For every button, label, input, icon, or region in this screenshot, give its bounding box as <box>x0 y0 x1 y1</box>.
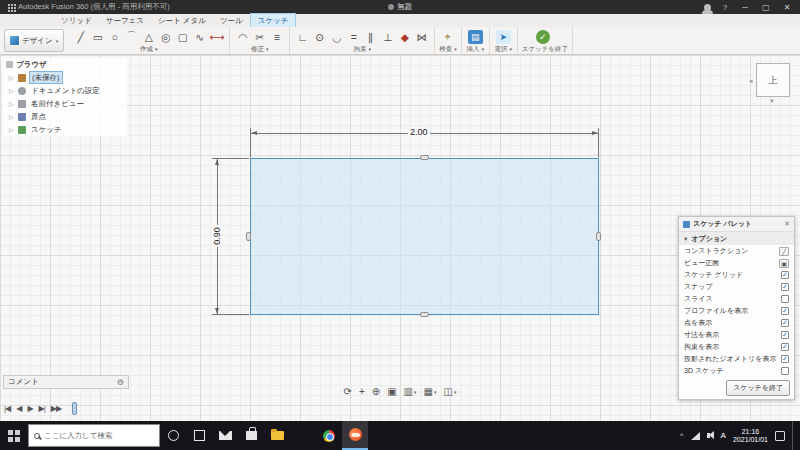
chevron-right-icon[interactable]: ▷ <box>9 113 15 120</box>
viewcube[interactable]: 上 ◂ ▾ <box>756 63 790 97</box>
insert-image-tool[interactable]: ▤ <box>468 30 483 44</box>
group-label-finish-sketch[interactable]: スケッチを終了 <box>522 45 568 53</box>
taskbar-app-mail[interactable] <box>212 421 238 450</box>
arc-tool[interactable]: ⌒ <box>123 29 140 45</box>
step-forward-button[interactable]: ▶| <box>38 403 46 415</box>
network-icon[interactable] <box>691 432 700 440</box>
ellipse-tool[interactable]: ◎ <box>157 29 174 45</box>
taskbar-search[interactable]: ここに入力して検索 <box>28 424 160 447</box>
workspace-switcher[interactable]: デザイン ▾ <box>4 29 64 52</box>
show-dimensions-checkbox[interactable]: ✓ <box>781 331 789 339</box>
look-at-icon-button[interactable]: ▣ <box>779 259 789 268</box>
midpoint-grip-right[interactable] <box>596 232 601 241</box>
taskbar-clock[interactable]: 21:16 2021/01/01 <box>733 428 768 444</box>
show-projected-geometry-checkbox[interactable]: ✓ <box>781 355 789 363</box>
show-desktop-button[interactable] <box>792 421 796 450</box>
chevron-right-icon[interactable]: ▷ <box>9 74 15 81</box>
sketch-dimension-tool[interactable]: ⟷ <box>208 29 225 45</box>
rectangle-tool[interactable]: ▭ <box>89 29 106 45</box>
go-to-end-button[interactable]: ▶▶ <box>50 403 62 415</box>
fix-tool[interactable]: ◆ <box>396 29 413 45</box>
volume-icon[interactable] <box>707 433 710 438</box>
taskbar-app-chrome[interactable] <box>316 421 342 450</box>
viewports-button[interactable]: ◫▾ <box>444 386 457 397</box>
sketch-grid-checkbox[interactable]: ✓ <box>781 271 789 279</box>
circle-tool[interactable]: ○ <box>106 29 123 45</box>
timeline-marker[interactable] <box>72 402 77 415</box>
help-icon[interactable]: ? <box>720 2 730 12</box>
spline-tool[interactable]: ∿ <box>191 29 208 45</box>
sketch-3d-checkbox[interactable] <box>781 367 789 375</box>
tab-tools[interactable]: ツール <box>213 14 250 27</box>
browser-item-sketches[interactable]: ▷スケッチ <box>3 123 127 136</box>
show-constraints-checkbox[interactable]: ✓ <box>781 343 789 351</box>
pan-button[interactable]: + <box>359 386 365 397</box>
tab-surface[interactable]: サーフェス <box>99 14 151 27</box>
ime-indicator[interactable]: A <box>721 431 726 440</box>
browser-item-origin[interactable]: ▷原点 <box>3 110 127 123</box>
viewcube-rotate-down-icon[interactable]: ▾ <box>770 97 774 105</box>
midpoint-grip-top[interactable] <box>420 155 429 160</box>
taskbar-app-fusion-360[interactable] <box>342 421 368 450</box>
display-settings-button[interactable]: ▥▾ <box>404 386 417 397</box>
offset-tool[interactable]: ≡ <box>268 29 285 45</box>
taskbar-app-file-explorer[interactable] <box>264 421 290 450</box>
measure-tool[interactable]: ⌖ <box>439 29 456 45</box>
group-label-inspect[interactable]: 検査▾ <box>439 45 457 53</box>
tab-sheet-metal[interactable]: シート メタル <box>151 14 213 27</box>
trim-tool[interactable]: ✂ <box>251 29 268 45</box>
fillet-tool[interactable]: ◠ <box>234 29 251 45</box>
go-to-start-button[interactable]: |◀ <box>3 403 11 415</box>
show-profile-checkbox[interactable]: ✓ <box>781 307 789 315</box>
zoom-button[interactable]: ⊕ <box>372 386 380 397</box>
finish-sketch-tool[interactable]: ✓ <box>536 30 550 44</box>
user-icon[interactable] <box>704 4 711 11</box>
viewcube-rotate-left-icon[interactable]: ◂ <box>749 77 753 85</box>
maximize-button[interactable]: ▢ <box>760 3 772 12</box>
construction-icon-button[interactable]: ╱ <box>779 247 789 256</box>
polygon-tool[interactable]: △ <box>140 29 157 45</box>
play-button[interactable]: ▶ <box>26 403 33 415</box>
taskbar-app-cortana[interactable] <box>160 421 186 450</box>
horizontal-vertical-tool[interactable]: ∟ <box>294 29 311 45</box>
taskbar-app-store[interactable] <box>238 421 264 450</box>
action-center-icon[interactable] <box>775 431 785 441</box>
palette-options-section[interactable]: ▼ オプション <box>679 232 794 245</box>
chevron-right-icon[interactable]: ▷ <box>9 100 15 107</box>
comments-panel[interactable]: コメント ⚙ <box>3 375 129 389</box>
slice-checkbox[interactable] <box>781 295 789 303</box>
equal-tool[interactable]: = <box>345 29 362 45</box>
width-dimension-label[interactable]: 2.00 <box>408 127 430 137</box>
gear-icon[interactable]: ⚙ <box>117 378 124 387</box>
group-label-constraints[interactable]: 拘束▾ <box>294 45 430 53</box>
browser-item-document-root[interactable]: ▷(未保存) <box>3 71 127 84</box>
taskbar-app-task-view[interactable] <box>186 421 212 450</box>
chevron-right-icon[interactable]: ▷ <box>9 87 15 94</box>
group-label-insert[interactable]: 挿入▾ <box>466 45 485 53</box>
step-back-button[interactable]: ◀ <box>15 403 22 415</box>
grid-snap-settings-button[interactable]: ▦▾ <box>424 386 437 397</box>
snap-checkbox[interactable]: ✓ <box>781 283 789 291</box>
orbit-button[interactable]: ⟳ <box>344 386 352 397</box>
midpoint-grip-left[interactable] <box>246 232 251 241</box>
palette-header[interactable]: スケッチ パレット ✕ <box>679 217 794 232</box>
show-points-checkbox[interactable]: ✓ <box>781 319 789 327</box>
fit-button[interactable]: ▣ <box>387 386 396 397</box>
line-tool[interactable]: ╱ <box>72 29 89 45</box>
data-panel-grid-icon[interactable] <box>8 4 10 6</box>
group-label-select[interactable]: 選択▾ <box>494 45 513 53</box>
select-tool[interactable]: ➤ <box>496 30 511 44</box>
chevron-right-icon[interactable]: ▷ <box>9 126 15 133</box>
tab-solid[interactable]: ソリッド <box>54 14 99 27</box>
finish-sketch-button[interactable]: スケッチを終了 <box>726 380 790 396</box>
canvas[interactable]: 2.00 0.90 上 ◂ ▾ ブラウザ ▷(未保存)▷ドキュメントの設定▷名前… <box>0 55 800 421</box>
tab-sketch[interactable]: スケッチ <box>250 13 297 27</box>
coincident-tool[interactable]: ⊙ <box>311 29 328 45</box>
group-label-create[interactable]: 作成▾ <box>72 45 225 53</box>
minimize-button[interactable]: ─ <box>739 3 751 12</box>
midpoint-grip-bottom[interactable] <box>420 312 429 317</box>
parallel-tool[interactable]: ∥ <box>362 29 379 45</box>
browser-item-named-views[interactable]: ▷名前付きビュー <box>3 97 127 110</box>
height-dimension-label[interactable]: 0.90 <box>212 225 222 247</box>
start-button[interactable] <box>0 421 28 450</box>
